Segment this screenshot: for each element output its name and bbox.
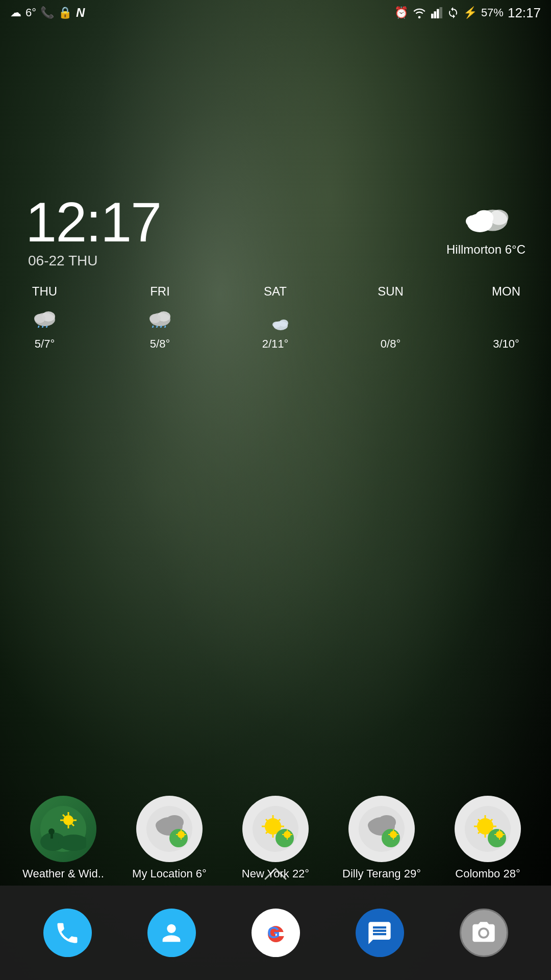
svg-point-8 [466, 215, 481, 227]
app-item-colombo[interactable]: Colombo 28° [442, 796, 534, 880]
svg-line-21 [164, 326, 165, 328]
svg-point-42 [178, 831, 185, 838]
svg-point-68 [390, 831, 397, 838]
battery-bolt-icon: ⚡ [463, 7, 477, 18]
svg-point-36 [48, 828, 55, 835]
svg-point-57 [276, 829, 294, 847]
status-bar: ☁ 6° 📞 🔒 N ⏰ ⚡ 57% 12:17 [0, 0, 551, 26]
app-label-colombo: Colombo 28° [442, 867, 534, 880]
forecast-fri-label: FRI [150, 284, 170, 299]
app-label-weather-wid: Weather & Wid.. [17, 867, 109, 880]
clock-date: 06-22 THU [28, 253, 161, 269]
app-icon-my-loc[interactable] [136, 796, 203, 862]
forecast-sat: SAT 2/11° [261, 284, 289, 351]
forecast-fri: FRI 5/8° [146, 284, 174, 351]
svg-point-23 [279, 320, 288, 327]
app-icon-dilly[interactable] [348, 796, 415, 862]
clock-weather-row: 12:17 06-22 THU Hillmorton 6°C [26, 194, 525, 269]
forecast-sun-label: SUN [378, 284, 404, 299]
forecast-sun-temp: 0/8° [381, 337, 400, 351]
svg-point-40 [156, 820, 170, 831]
svg-line-18 [152, 326, 153, 328]
app-label-dilly: Dilly Terang 29° [336, 867, 428, 880]
n-status-icon: N [76, 6, 85, 20]
svg-line-20 [160, 326, 161, 328]
forecast-sat-label: SAT [264, 284, 287, 299]
lock-status-icon: 🔒 [58, 7, 72, 18]
svg-line-19 [156, 326, 157, 328]
svg-rect-3 [439, 7, 442, 18]
alarm-icon: ⏰ [394, 7, 408, 18]
svg-line-13 [42, 326, 43, 328]
app-icon-weather-wid[interactable] [30, 796, 96, 862]
svg-point-83 [488, 829, 506, 847]
svg-point-67 [382, 829, 400, 847]
widget-area: 12:17 06-22 THU Hillmorton 6°C THU [26, 194, 525, 351]
forecast-thu-icon [31, 303, 59, 333]
clock-section: 12:17 06-22 THU [26, 194, 161, 269]
dock-messages[interactable] [352, 905, 408, 961]
app-item-weather-wid[interactable]: Weather & Wid.. [17, 796, 109, 880]
svg-point-17 [149, 314, 161, 323]
svg-text:G: G [267, 923, 280, 942]
dock-contacts[interactable] [143, 905, 199, 961]
status-bar-right: ⏰ ⚡ 57% 12:17 [394, 5, 541, 21]
svg-point-58 [284, 831, 291, 838]
cloud-weather-icon [461, 199, 512, 240]
app-icon-new-york[interactable] [242, 796, 309, 862]
dock: G [0, 886, 551, 980]
forecast-thu-temp: 5/7° [35, 337, 55, 351]
svg-point-66 [368, 820, 382, 831]
svg-rect-1 [434, 11, 436, 18]
svg-line-14 [46, 326, 47, 328]
svg-point-24 [272, 322, 281, 328]
up-arrow[interactable] [263, 866, 288, 886]
cloud-status-icon: ☁ [10, 7, 21, 18]
forecast-thu: THU 5/7° [31, 284, 59, 351]
svg-line-12 [38, 326, 39, 328]
weather-location: Hillmorton 6°C [446, 242, 525, 257]
battery-pct: 57% [481, 6, 504, 19]
forecast-mon-label: MON [492, 284, 520, 299]
app-item-dilly[interactable]: Dilly Terang 29° [336, 796, 428, 880]
forecast-row: THU 5/7° FRI [26, 284, 525, 351]
forecast-sun-icon [377, 303, 405, 333]
svg-point-41 [169, 829, 188, 847]
forecast-sun: SUN 0/8° [377, 284, 405, 351]
signal-icon [431, 7, 443, 18]
svg-rect-0 [431, 14, 434, 18]
forecast-mon: MON 3/10° [492, 284, 520, 351]
forecast-sat-icon [261, 303, 289, 333]
forecast-fri-temp: 5/8° [150, 337, 170, 351]
app-icon-colombo[interactable] [455, 796, 521, 862]
wifi-icon [412, 7, 427, 18]
dock-google[interactable]: G [247, 905, 304, 961]
sync-icon [447, 7, 459, 19]
forecast-sat-temp: 2/11° [262, 337, 289, 351]
status-time: 12:17 [508, 5, 541, 21]
status-temp: 6° [26, 6, 36, 19]
status-bar-left: ☁ 6° 📞 🔒 N [10, 6, 85, 20]
current-weather: Hillmorton 6°C [446, 199, 525, 257]
svg-rect-2 [437, 9, 439, 18]
dock-camera[interactable] [456, 905, 512, 961]
forecast-thu-label: THU [32, 284, 57, 299]
phone-status-icon: 📞 [40, 7, 54, 18]
app-item-my-loc[interactable]: My Location 6° [123, 796, 215, 880]
clock-display: 12:17 [26, 194, 161, 250]
dock-phone[interactable] [39, 905, 95, 961]
svg-point-84 [496, 831, 503, 838]
forecast-mon-icon [492, 303, 520, 333]
svg-point-11 [34, 314, 45, 323]
app-label-my-loc: My Location 6° [123, 867, 215, 880]
forecast-fri-icon [146, 303, 174, 333]
forecast-mon-temp: 3/10° [493, 337, 519, 351]
